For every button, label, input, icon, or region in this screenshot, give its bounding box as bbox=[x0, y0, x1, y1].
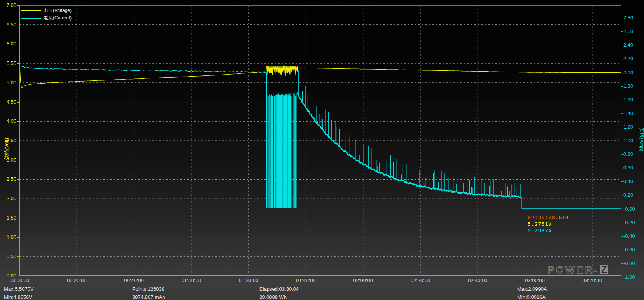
right-axis-label: -1.00 bbox=[623, 274, 641, 280]
x-axis-label: 02:40:00 bbox=[454, 277, 501, 283]
legend-item-voltage[interactable]: 电压(Voltage) bbox=[21, 7, 72, 14]
power-z-logo: POWER-Z bbox=[548, 265, 608, 275]
energy-stat: 20.0888 Wh bbox=[259, 294, 287, 300]
chart-canvas[interactable] bbox=[19, 5, 621, 276]
right-axis-label: -0.80 bbox=[623, 261, 641, 266]
y-axis-label: 5.00 bbox=[1, 80, 16, 85]
right-axis-tick bbox=[621, 141, 623, 141]
status-bar: Max:5.5070V Min:4.8656V Points:126038 38… bbox=[0, 285, 644, 300]
x-axis-label: 00:00:00 bbox=[0, 277, 43, 283]
right-axis-tick bbox=[621, 59, 623, 59]
y-axis-label: 7.00 bbox=[1, 3, 16, 8]
legend-label-current: 电流(Current) bbox=[44, 15, 72, 21]
x-axis-label: 00:20:00 bbox=[53, 277, 100, 283]
right-axis-tick bbox=[621, 154, 623, 155]
y-axis-tick bbox=[18, 44, 19, 44]
right-axis-label: 2.60 bbox=[623, 29, 641, 34]
right-axis-label: 2.20 bbox=[623, 56, 641, 61]
right-axis-tick bbox=[621, 127, 623, 127]
right-axis-label: 0.60 bbox=[623, 165, 641, 171]
voltage-max-stat: Max:5.5070V bbox=[4, 286, 34, 292]
y-axis-tick bbox=[18, 5, 19, 6]
cursor-readout: 02:30:08.614 5.2751V 0.2987A bbox=[528, 214, 569, 234]
logo-text: POWER- bbox=[548, 264, 599, 275]
elapsed-stat: Elapsed:03:30:04 bbox=[259, 286, 299, 292]
cursor-current-value: 0.2987A bbox=[528, 227, 569, 234]
right-axis-label: 0.40 bbox=[623, 179, 641, 184]
y-axis-tick bbox=[18, 256, 19, 257]
cursor-line[interactable] bbox=[522, 5, 522, 300]
right-axis-label: 2.80 bbox=[623, 15, 641, 21]
cursor-voltage-value: 5.2751V bbox=[528, 221, 569, 227]
right-axis-label: 1.80 bbox=[623, 84, 641, 89]
x-axis-label: 02:20:00 bbox=[397, 277, 444, 283]
logo-z-badge: Z bbox=[600, 265, 608, 274]
y-axis-tick bbox=[18, 199, 19, 199]
y-axis-label: 6.00 bbox=[1, 41, 16, 47]
x-axis-label: 02:00:00 bbox=[340, 277, 387, 283]
right-axis-tick bbox=[621, 73, 623, 73]
right-axis-tick bbox=[621, 86, 623, 87]
right-axis-tick bbox=[621, 263, 623, 264]
x-axis-label: 01:20:00 bbox=[225, 277, 272, 283]
right-axis-label: -0.40 bbox=[623, 234, 641, 239]
current-min-stat: Min:0.0016A bbox=[517, 294, 546, 300]
legend-item-current[interactable]: 电流(Current) bbox=[21, 14, 72, 22]
right-axis-tick bbox=[621, 113, 623, 114]
legend-label-voltage: 电压(Voltage) bbox=[44, 7, 72, 14]
right-axis-tick bbox=[621, 277, 623, 277]
y-axis-tick bbox=[18, 25, 19, 25]
x-axis-label: 01:00:00 bbox=[168, 277, 215, 283]
y-axis-tick bbox=[18, 83, 19, 83]
x-axis-label: 03:20:00 bbox=[569, 277, 616, 283]
y-axis-tick bbox=[18, 179, 19, 180]
legend: 电压(Voltage) 电流(Current) bbox=[21, 7, 72, 22]
right-axis-tick bbox=[621, 45, 623, 45]
y-axis-tick bbox=[18, 141, 19, 141]
points-stat: Points:126038 bbox=[132, 286, 164, 292]
y-axis-tick bbox=[18, 121, 19, 122]
y-axis-label: 4.00 bbox=[1, 119, 16, 124]
right-axis-label: -0.20 bbox=[623, 220, 641, 225]
cursor-time-value: 02:30:08.614 bbox=[528, 214, 569, 221]
y-axis-tick bbox=[18, 160, 19, 160]
y-axis-label: 4.50 bbox=[1, 99, 16, 105]
y-axis-tick bbox=[18, 63, 19, 64]
right-axis-tick bbox=[621, 18, 623, 18]
y-axis-label: 2.50 bbox=[1, 176, 16, 182]
x-axis-label: 01:40:00 bbox=[282, 277, 329, 283]
right-axis-tick bbox=[621, 236, 623, 237]
x-axis-label: 00:40:00 bbox=[111, 277, 158, 283]
voltage-min-stat: Min:4.8656V bbox=[4, 294, 32, 300]
right-axis-tick bbox=[621, 195, 623, 195]
right-axis-tick bbox=[621, 168, 623, 168]
x-axis-label: 03:00:00 bbox=[512, 277, 558, 283]
y-axis-tick bbox=[18, 102, 19, 103]
right-axis-tick bbox=[621, 209, 623, 209]
right-axis-title: 安培(Amp) bbox=[638, 122, 644, 157]
y-axis-label: 1.00 bbox=[1, 235, 16, 240]
y-axis-tick bbox=[18, 276, 19, 276]
left-axis-title: 伏特(Volt) bbox=[3, 131, 10, 166]
power-z-chart-window: 7.006.506.005.505.004.504.003.503.002.50… bbox=[0, 0, 644, 300]
right-axis-tick bbox=[621, 31, 623, 32]
y-axis-tick bbox=[18, 218, 19, 218]
y-axis-label: 5.50 bbox=[1, 61, 16, 66]
right-axis-tick bbox=[621, 181, 623, 182]
voltage-line-swatch bbox=[21, 10, 41, 11]
capacity-stat: 3874.867 mAh bbox=[132, 294, 165, 300]
y-axis-label: 1.50 bbox=[1, 215, 16, 221]
right-axis-label: 0.20 bbox=[623, 192, 641, 198]
right-axis-label: 1.40 bbox=[623, 111, 641, 116]
right-axis-label: 2.00 bbox=[623, 70, 641, 75]
right-axis-tick bbox=[621, 250, 623, 250]
right-axis-label: -0.00 bbox=[623, 206, 641, 212]
y-axis-label: 2.00 bbox=[1, 196, 16, 201]
right-axis-tick bbox=[621, 223, 623, 223]
y-axis-label: 6.50 bbox=[1, 22, 16, 28]
right-axis-label: 2.40 bbox=[623, 42, 641, 48]
y-axis-tick bbox=[18, 237, 19, 238]
right-axis-label: -0.60 bbox=[623, 247, 641, 253]
right-axis-tick bbox=[621, 100, 623, 100]
y-axis-label: 0.50 bbox=[1, 254, 16, 259]
